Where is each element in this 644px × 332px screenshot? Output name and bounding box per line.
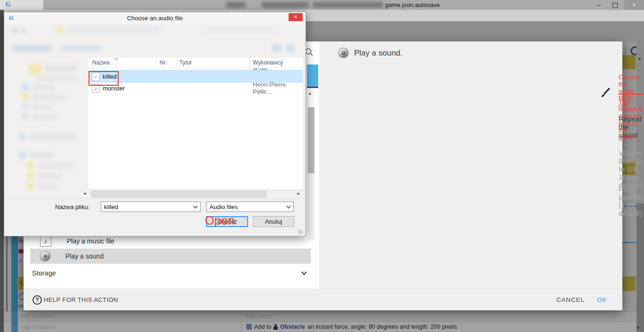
hscrollbar-thumb[interactable] bbox=[91, 191, 266, 197]
pitch-field-label: Pitch (speed) (1 by default) bbox=[619, 185, 643, 217]
file-chooser-dialog: G Choose an audio file × bbox=[4, 12, 306, 236]
music-note-icon: ♪ bbox=[40, 235, 51, 247]
screen: G game.json.autosave – × Re A O se bbox=[0, 0, 644, 332]
column-header-title[interactable]: Tytuł bbox=[179, 59, 191, 66]
column-divider[interactable] bbox=[156, 57, 157, 68]
resize-grip[interactable] bbox=[298, 229, 303, 234]
group-row-storage[interactable]: Storage bbox=[30, 266, 311, 281]
category-tab-indicator[interactable] bbox=[307, 65, 318, 87]
filename-value: killed bbox=[104, 203, 118, 211]
blurred-back-button bbox=[11, 27, 18, 34]
restore-button[interactable] bbox=[612, 3, 618, 8]
dialog-footer: ? HELP FOR THIS ACTION CANCEL OK bbox=[24, 289, 622, 310]
close-window-button[interactable]: × bbox=[624, 0, 644, 10]
object-icon bbox=[274, 324, 278, 330]
action-item-label: Play a music file bbox=[67, 237, 114, 245]
ok-button[interactable]: OK bbox=[597, 296, 607, 303]
condition-action-divider bbox=[241, 311, 242, 332]
file-row-monster[interactable]: ♪ monster Henri-Pierre Pelle... bbox=[89, 82, 303, 94]
blurred-organize-button bbox=[12, 45, 52, 51]
file-dialog-close-button[interactable]: × bbox=[289, 13, 303, 21]
speaker-icon bbox=[40, 251, 51, 262]
sound-action-icon bbox=[338, 48, 349, 58]
blurred-tree-icon bbox=[27, 172, 34, 179]
group-label: Storage bbox=[32, 269, 56, 277]
filetype-combobox[interactable]: Audio files bbox=[206, 202, 294, 212]
highlighted-event-block bbox=[621, 276, 636, 291]
tree-scrollbar[interactable] bbox=[80, 59, 82, 189]
blurred-tree-icon bbox=[21, 103, 29, 110]
file-dialog-titlebar: G Choose an audio file × bbox=[4, 12, 306, 24]
window-titlebar: G game.json.autosave – × bbox=[0, 0, 644, 10]
column-header-nr[interactable]: Nr bbox=[160, 59, 166, 66]
blurred-tree-icon bbox=[27, 162, 34, 169]
file-performers: Henri-Pierre Pelle... bbox=[253, 81, 303, 95]
gdevelop-logo-icon: G bbox=[6, 1, 10, 8]
scroll-up-icon[interactable]: ▴ bbox=[638, 56, 641, 61]
add-action-link[interactable]: Add action bbox=[245, 313, 273, 320]
blurred-tree-icon bbox=[18, 133, 27, 140]
sort-ascending-icon: ▴ bbox=[115, 56, 118, 61]
blurred-tree-icon bbox=[27, 183, 34, 189]
event-action-row[interactable]: Add to Obstacle an instant force, angle:… bbox=[246, 324, 457, 330]
selected-event-bar bbox=[11, 311, 18, 332]
blurred-tree-label bbox=[32, 85, 54, 90]
blurred-title-segment bbox=[262, 2, 309, 8]
action-text-prefix: Add to bbox=[254, 324, 271, 330]
annotation-highlight-box bbox=[89, 71, 119, 86]
event-row bbox=[4, 311, 636, 321]
blurred-tree-label bbox=[37, 173, 63, 179]
blurred-tree-label bbox=[37, 184, 59, 189]
minimize-button[interactable]: – bbox=[597, 1, 601, 8]
help-button[interactable]: HELP FOR THIS ACTION bbox=[44, 296, 118, 303]
cancel-button[interactable]: CANCEL bbox=[556, 296, 585, 303]
column-divider[interactable] bbox=[250, 57, 250, 68]
events-scrollbar-track[interactable] bbox=[636, 203, 644, 332]
pitch-field-underline[interactable] bbox=[619, 198, 644, 199]
scroll-down-icon[interactable]: ▾ bbox=[637, 325, 639, 330]
list-scrollbar-thumb[interactable] bbox=[308, 107, 314, 173]
blurred-title-segment bbox=[226, 2, 246, 8]
volume-field-underline[interactable] bbox=[619, 162, 644, 162]
file-dialog-bottom-bar: Nazwa pliku: killed Audio files Otwórz A… bbox=[4, 198, 305, 235]
action-title: Play a sound. bbox=[354, 49, 402, 58]
column-header-name[interactable]: Nazwa bbox=[92, 59, 110, 66]
resource-field-underline[interactable] bbox=[619, 94, 644, 95]
blurred-tree-label bbox=[35, 76, 78, 81]
blurred-tree-folder-icon bbox=[29, 64, 41, 74]
blurred-new-folder-button bbox=[60, 45, 102, 51]
force-action-icon bbox=[246, 324, 252, 330]
window-title: game.json.autosave bbox=[385, 1, 440, 8]
blurred-tree-label bbox=[37, 163, 74, 169]
cancel-button-file-dialog[interactable]: Anuluj bbox=[253, 216, 294, 227]
action-item-play-sound[interactable]: Play a sound bbox=[30, 249, 311, 264]
action-text-suffix: an instant force, angle: 90 degrees and … bbox=[307, 324, 457, 330]
chevron-down-icon bbox=[300, 269, 308, 277]
column-divider[interactable] bbox=[176, 57, 177, 68]
blurred-tree-label bbox=[30, 152, 53, 158]
scroll-right-icon[interactable]: ▸ bbox=[297, 190, 300, 196]
blurred-tree-label bbox=[32, 104, 52, 110]
blurred-view-icon bbox=[273, 45, 281, 51]
list-scroll-up-icon[interactable]: ▴ bbox=[309, 90, 311, 96]
event-text-fragment: se bbox=[18, 303, 24, 308]
chevron-down-icon bbox=[286, 205, 291, 209]
add-condition-link[interactable]: Add condition bbox=[20, 324, 56, 331]
filetype-value: Audio files bbox=[209, 203, 238, 211]
filename-label: Nazwa pliku: bbox=[55, 203, 90, 211]
scroll-left-icon[interactable]: ◂ bbox=[83, 190, 86, 196]
action-search-icon[interactable] bbox=[305, 48, 313, 56]
add-condition-link[interactable]: Add condition bbox=[20, 313, 56, 319]
blurred-search-box bbox=[201, 26, 276, 34]
category-tab-underline bbox=[307, 87, 318, 88]
blurred-tree-icon bbox=[21, 84, 29, 91]
filename-combobox[interactable]: killed bbox=[101, 202, 201, 212]
blurred-tree-icon bbox=[18, 151, 27, 159]
annotation-open-text: Open bbox=[205, 213, 235, 228]
highlighted-event-block bbox=[621, 55, 636, 69]
file-list-panel: Nazwa ▴ Nr Tytuł Wykonawcy uczes... ♪ ki… bbox=[88, 57, 304, 190]
blurred-tree-label bbox=[45, 65, 77, 72]
resource-picker-brush-icon[interactable] bbox=[600, 88, 611, 99]
blurred-forward-button bbox=[20, 27, 27, 34]
file-dialog-title: Choose an audio file bbox=[4, 15, 306, 22]
